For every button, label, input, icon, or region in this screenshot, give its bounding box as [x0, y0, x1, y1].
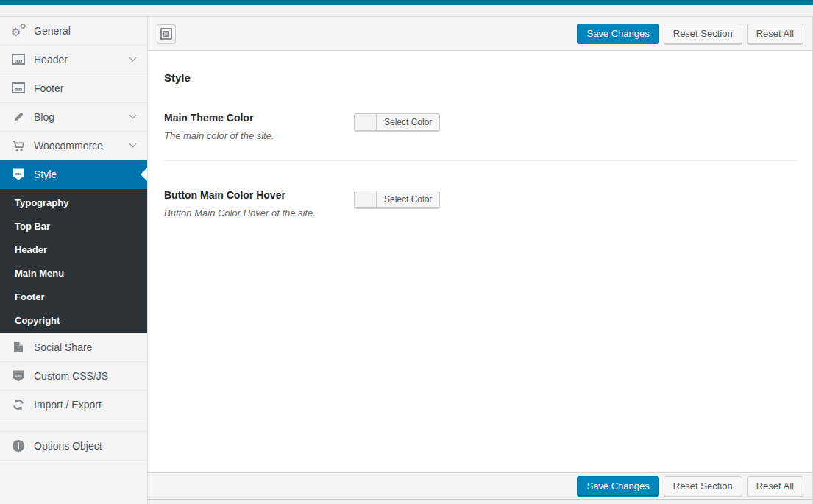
select-color-button[interactable]: Select Color — [354, 191, 440, 208]
expand-layout-icon — [160, 28, 172, 40]
sidebar-subitem-footer[interactable]: Footer — [0, 285, 147, 308]
subitem-label: Footer — [15, 291, 44, 302]
save-changes-button-bottom[interactable]: Save Changes — [577, 476, 658, 497]
subitem-label: Copyright — [15, 315, 60, 326]
chevron-down-icon — [129, 54, 137, 62]
reset-section-button-bottom[interactable]: Reset Section — [664, 476, 742, 497]
sidebar-item-label: Import / Export — [34, 399, 102, 411]
sidebar-item-label: General — [34, 25, 71, 37]
reset-section-button[interactable]: Reset Section — [664, 24, 742, 44]
footer-icon — [10, 82, 26, 94]
sidebar-item-label: Options Object — [34, 440, 102, 452]
field-description: Button Main Color Hover of the site. — [164, 207, 354, 219]
sidebar-item-label: Custom CSS/JS — [34, 370, 108, 382]
select-color-label: Select Color — [377, 191, 439, 207]
reset-all-button[interactable]: Reset All — [747, 24, 803, 44]
bottom-toolbar: Save Changes Reset Section Reset All — [148, 472, 812, 500]
field-main-theme-color: Main Theme Color The main color of the s… — [163, 112, 798, 141]
select-color-label: Select Color — [377, 114, 439, 130]
select-color-button[interactable]: Select Color — [354, 113, 440, 131]
header-icon — [10, 54, 26, 65]
expand-options-button[interactable] — [157, 24, 176, 43]
sidebar-item-options-object[interactable]: Options Object — [0, 432, 147, 461]
sidebar-item-social-share[interactable]: Social Share — [0, 333, 147, 362]
sidebar-item-label: Style — [34, 168, 57, 180]
save-changes-button[interactable]: Save Changes — [577, 24, 658, 44]
admin-top-bar — [0, 0, 813, 5]
sidebar-item-label: Social Share — [34, 341, 92, 353]
field-description: The main color of the site. — [164, 130, 354, 141]
subitem-label: Main Menu — [15, 268, 64, 279]
field-label: Main Theme Color — [164, 112, 354, 124]
sidebar-subitem-typography[interactable]: Typography — [0, 191, 147, 214]
sidebar-item-header[interactable]: Header — [0, 46, 147, 74]
style-submenu: Typography Top Bar Header Main Menu Foot… — [0, 189, 147, 333]
sidebar-subitem-main-menu[interactable]: Main Menu — [0, 261, 147, 285]
color-swatch — [355, 191, 377, 207]
css-badge-icon: css — [10, 168, 26, 181]
gears-icon: ⚙⚙ — [10, 24, 26, 38]
color-swatch — [355, 114, 377, 130]
options-sidebar: ⚙⚙ General Header — [0, 17, 148, 504]
svg-text:css: css — [15, 373, 21, 377]
sync-icon — [10, 398, 26, 411]
sidebar-item-label: Header — [34, 54, 68, 65]
chevron-down-icon — [129, 141, 137, 148]
options-panel: ⚙⚙ General Header — [0, 16, 813, 504]
field-button-main-color-hover: Button Main Color Hover Button Main Colo… — [163, 189, 798, 219]
subitem-label: Header — [15, 244, 47, 255]
sidebar-subitem-copyright[interactable]: Copyright — [0, 308, 147, 332]
field-divider — [163, 160, 798, 161]
sidebar-subitem-header[interactable]: Header — [0, 238, 147, 261]
sidebar-item-general[interactable]: ⚙⚙ General — [0, 17, 147, 46]
sidebar-item-footer[interactable]: Footer — [0, 74, 147, 103]
css-badge-icon: css — [10, 369, 26, 383]
sidebar-item-woocommerce[interactable]: Woocommerce — [0, 132, 147, 160]
top-toolbar: Save Changes Reset Section Reset All — [148, 17, 812, 51]
active-item-arrow — [141, 168, 147, 181]
field-label: Button Main Color Hover — [164, 189, 354, 201]
section-title: Style — [164, 71, 798, 84]
options-main: Save Changes Reset Section Reset All Sty… — [148, 17, 813, 504]
field-info: Button Main Color Hover Button Main Colo… — [163, 189, 354, 219]
subitem-label: Top Bar — [15, 221, 50, 232]
sidebar-item-custom-css-js[interactable]: css Custom CSS/JS — [0, 362, 147, 391]
sidebar-item-import-export[interactable]: Import / Export — [0, 391, 147, 419]
sidebar-item-blog[interactable]: Blog — [0, 103, 147, 132]
pencil-icon — [10, 111, 26, 123]
subitem-label: Typography — [15, 197, 68, 208]
sidebar-divider — [0, 419, 147, 432]
svg-text:css: css — [15, 171, 21, 176]
section-content: Style Main Theme Color The main color of… — [148, 51, 812, 472]
sidebar-item-label: Woocommerce — [34, 140, 103, 152]
sidebar-item-label: Blog — [34, 111, 54, 123]
cart-icon — [10, 140, 26, 152]
sidebar-item-label: Footer — [34, 82, 63, 94]
document-icon — [10, 341, 26, 353]
info-icon — [10, 439, 26, 452]
sidebar-subitem-top-bar[interactable]: Top Bar — [0, 214, 147, 238]
chevron-down-icon — [129, 112, 137, 119]
field-info: Main Theme Color The main color of the s… — [163, 112, 354, 141]
reset-all-button-bottom[interactable]: Reset All — [747, 476, 803, 497]
sidebar-item-style[interactable]: css Style — [0, 160, 147, 189]
